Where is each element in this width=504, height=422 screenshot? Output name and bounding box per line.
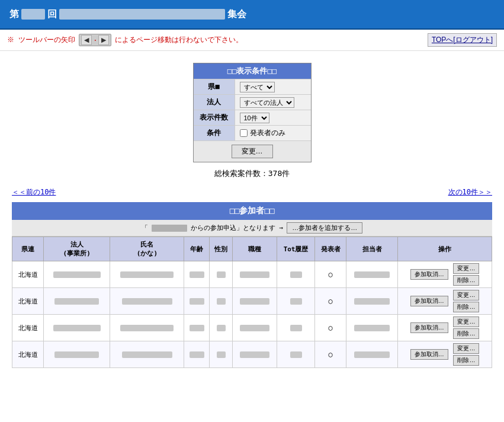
hojin-select[interactable]: すべての法人 法人A 法人B bbox=[240, 97, 294, 108]
filter-value-hojin: すべての法人 法人A 法人B bbox=[235, 95, 299, 110]
cell-job bbox=[233, 261, 277, 288]
table-row: 北海道 ○ 参加取消… 変更… 削除… bbox=[12, 315, 492, 341]
cell-job bbox=[233, 288, 277, 315]
cell-history bbox=[277, 261, 314, 288]
filter-title: □□表示条件□□ bbox=[194, 63, 311, 79]
filter-box: □□表示条件□□ 県■ すべて 北海道 青森県 岩手県 法人 bbox=[193, 63, 312, 162]
page-header: 第 回 集会 bbox=[0, 0, 504, 30]
warning-suffix: によるページ移動は行わないで下さい。 bbox=[115, 35, 243, 45]
nav-buttons: ◀ · ▶ bbox=[79, 34, 111, 46]
cancel-participation-button[interactable]: 参加取消… bbox=[410, 296, 448, 306]
cell-history bbox=[277, 288, 314, 315]
cell-gender bbox=[210, 341, 233, 368]
col-header-action: 操作 bbox=[398, 237, 492, 261]
toolbar-warning-bar: ※ ツールバーの矢印 ◀ · ▶ によるページ移動は行わないで下さい。 TOPへ… bbox=[0, 30, 504, 51]
cell-age bbox=[184, 261, 210, 288]
table-row: 北海道 ○ 参加取消… 変更… 削除… bbox=[12, 341, 492, 368]
cell-action: 参加取消… 変更… 削除… bbox=[398, 341, 492, 368]
edit-button[interactable]: 変更… bbox=[453, 343, 479, 354]
col-header-history: Tot履歴 bbox=[277, 237, 314, 261]
table-row: 北海道 ○ 参加取消… 変更… 削除… bbox=[12, 261, 492, 288]
col-header-age: 年齢 bbox=[184, 237, 210, 261]
participants-data-table: 県連 法人(事業所) 氏名(かな) 年齢 性別 職種 Tot履歴 発表者 担当者… bbox=[12, 236, 492, 368]
col-header-gender: 性別 bbox=[210, 237, 233, 261]
cell-name bbox=[110, 341, 184, 368]
add-bar-suffix: からの参加申込」となります → bbox=[191, 223, 283, 232]
cell-age bbox=[184, 315, 210, 341]
warning-text: ※ ツールバーの矢印 bbox=[7, 35, 75, 45]
cell-manager bbox=[346, 288, 398, 315]
nav-forward-button[interactable]: ▶ bbox=[98, 35, 109, 45]
cell-manager bbox=[346, 261, 398, 288]
cancel-participation-button[interactable]: 参加取消… bbox=[410, 349, 448, 360]
cell-hojin bbox=[44, 288, 110, 315]
cancel-participation-button[interactable]: 参加取消… bbox=[410, 322, 448, 333]
toolbar-warning-left: ※ ツールバーの矢印 ◀ · ▶ によるページ移動は行わないで下さい。 bbox=[7, 34, 243, 46]
delete-button[interactable]: 削除… bbox=[453, 275, 479, 286]
cell-action: 参加取消… 変更… 削除… bbox=[398, 261, 492, 288]
filter-row-condition: 条件 発表者のみ bbox=[194, 125, 311, 140]
nav-back-button[interactable]: ◀ bbox=[81, 35, 92, 45]
filter-row-display-count: 表示件数 10件 20件 50件 bbox=[194, 110, 311, 125]
cell-presenter: ○ bbox=[315, 341, 346, 368]
table-header-row: 県連 法人(事業所) 氏名(かな) 年齢 性別 職種 Tot履歴 発表者 担当者… bbox=[12, 237, 492, 261]
cell-hojin bbox=[44, 315, 110, 341]
filter-change-button[interactable]: 変更… bbox=[232, 145, 273, 158]
cell-name bbox=[110, 315, 184, 341]
main-content: □□表示条件□□ 県■ すべて 北海道 青森県 岩手県 法人 bbox=[0, 51, 504, 374]
add-bar-blurred bbox=[152, 225, 187, 232]
filter-row-prefecture: 県■ すべて 北海道 青森県 岩手県 bbox=[194, 79, 311, 94]
top-logout-area: TOPへ[ログアウト] bbox=[428, 33, 497, 47]
filter-row-hojin: 法人 すべての法人 法人A 法人B bbox=[194, 94, 311, 110]
cell-action: 参加取消… 変更… 削除… bbox=[398, 315, 492, 341]
add-participant-button[interactable]: …参加者を追加する… bbox=[287, 222, 362, 234]
header-blurred-1 bbox=[21, 9, 45, 20]
delete-button[interactable]: 削除… bbox=[453, 355, 479, 366]
cell-presenter: ○ bbox=[315, 261, 346, 288]
presenter-only-checkbox[interactable] bbox=[240, 129, 248, 137]
condition-checkbox-label: 発表者のみ bbox=[250, 128, 285, 138]
edit-button[interactable]: 変更… bbox=[453, 290, 479, 300]
filter-label-display-count: 表示件数 bbox=[194, 110, 235, 125]
filter-value-display-count: 10件 20件 50件 bbox=[235, 111, 274, 125]
total-count-text: 総検索案件数：378件 bbox=[214, 169, 290, 178]
col-header-prefecture: 県連 bbox=[12, 237, 44, 261]
col-header-manager: 担当者 bbox=[346, 237, 398, 261]
prefecture-select[interactable]: すべて 北海道 青森県 岩手県 bbox=[240, 82, 275, 92]
cell-age bbox=[184, 288, 210, 315]
filter-button-row: 変更… bbox=[194, 140, 311, 162]
cell-hojin bbox=[44, 261, 110, 288]
display-count-select[interactable]: 10件 20件 50件 bbox=[240, 113, 269, 123]
filter-value-condition: 発表者のみ bbox=[235, 126, 290, 140]
cell-history bbox=[277, 341, 314, 368]
col-header-presenter: 発表者 bbox=[315, 237, 346, 261]
filter-label-prefecture: 県■ bbox=[194, 79, 235, 94]
cell-gender bbox=[210, 315, 233, 341]
cancel-participation-button[interactable]: 参加取消… bbox=[410, 269, 448, 280]
cell-job bbox=[233, 315, 277, 341]
cell-presenter: ○ bbox=[315, 288, 346, 315]
top-logout-button[interactable]: TOPへ[ログアウト] bbox=[428, 33, 497, 47]
total-count: 総検索案件数：378件 bbox=[12, 168, 492, 179]
cell-prefecture: 北海道 bbox=[12, 341, 44, 368]
delete-button[interactable]: 削除… bbox=[453, 302, 479, 312]
participants-table-section: □□参加者□□ 「 からの参加申込」となります → …参加者を追加する… 県連 … bbox=[12, 202, 492, 368]
filter-value-prefecture: すべて 北海道 青森県 岩手県 bbox=[235, 80, 280, 94]
col-header-job: 職種 bbox=[233, 237, 277, 261]
edit-button[interactable]: 変更… bbox=[453, 316, 479, 327]
cell-name bbox=[110, 261, 184, 288]
cell-manager bbox=[346, 315, 398, 341]
delete-button[interactable]: 削除… bbox=[453, 328, 479, 339]
cell-job bbox=[233, 341, 277, 368]
header-blurred-2 bbox=[59, 9, 225, 20]
edit-button[interactable]: 変更… bbox=[453, 263, 479, 274]
prev-page-link[interactable]: ＜＜前の10件 bbox=[12, 187, 56, 197]
cell-hojin bbox=[44, 341, 110, 368]
cell-manager bbox=[346, 341, 398, 368]
col-header-hojin: 法人(事業所) bbox=[44, 237, 110, 261]
cell-prefecture: 北海道 bbox=[12, 315, 44, 341]
next-page-link[interactable]: 次の10件＞＞ bbox=[448, 187, 492, 197]
table-row: 北海道 ○ 参加取消… 変更… 削除… bbox=[12, 288, 492, 315]
cell-presenter: ○ bbox=[315, 315, 346, 341]
add-participant-bar: 「 からの参加申込」となります → …参加者を追加する… bbox=[12, 220, 492, 236]
